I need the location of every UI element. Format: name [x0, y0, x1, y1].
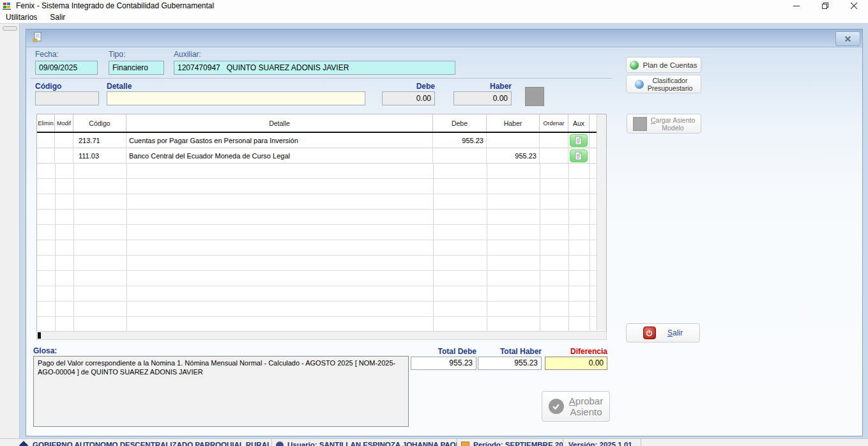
entity-icon [19, 441, 28, 446]
asiento-window: Fecha: Tipo: Auxiliar: 09/09/2025 Financ… [26, 29, 863, 436]
vertical-scrollbar[interactable] [597, 114, 606, 330]
col-ordenar: Ordenar [540, 114, 568, 132]
menu-utilitarios[interactable]: Utilitarios [0, 12, 43, 23]
gray-square-icon [633, 117, 647, 131]
cell-debe [433, 148, 487, 164]
col-haber: Haber [487, 114, 540, 132]
col-debe: Debe [433, 114, 487, 132]
detalle-input[interactable] [107, 91, 365, 105]
statusbar: GOBIERNO AUTONOMO DESCENTRALIZADO PARROQ… [0, 438, 868, 446]
total-debe-value: 955.23 [411, 357, 476, 370]
collapsed-dock-panel [0, 24, 20, 438]
statusbar-entidad: GOBIERNO AUTONOMO DESCENTRALIZADO PARROQ… [0, 439, 272, 446]
minimize-button[interactable] [782, 0, 811, 12]
aux-detail-button[interactable] [570, 150, 588, 162]
table-row[interactable]: 213.71 Cuentas por Pagar Gastos en Perso… [37, 133, 606, 148]
table-header-row: Elimin Modif Código Detalle Debe Haber O… [37, 114, 606, 133]
horizontal-scrollbar[interactable] [36, 331, 607, 340]
titlebar: Fenix - Sistema Integrado de Contabilida… [0, 0, 868, 12]
asiento-table: Elimin Modif Código Detalle Debe Haber O… [36, 114, 607, 331]
cargar-label-line2: Modelo [662, 124, 683, 132]
green-sphere-icon [630, 61, 639, 70]
plan-de-cuentas-label: Plan de Cuentas [643, 61, 697, 69]
statusbar-filler [641, 439, 868, 446]
aux-detail-button[interactable] [570, 134, 588, 147]
plan-de-cuentas-button[interactable]: Plan de Cuentas [626, 57, 701, 73]
cell-elimin[interactable] [37, 133, 55, 148]
app-icon [3, 1, 11, 10]
cell-codigo: 111.03 [73, 148, 126, 164]
form-separator [31, 78, 612, 79]
cell-debe: 955.23 [433, 133, 487, 148]
app-window: Fenix - Sistema Integrado de Contabilida… [0, 0, 868, 446]
blue-sphere-icon [635, 80, 644, 89]
salir-button[interactable]: Salir [626, 323, 700, 342]
cell-detalle: Cuentas por Pagar Gastos en Personal par… [126, 133, 433, 148]
cell-codigo: 213.71 [73, 133, 126, 148]
statusbar-periodo: Período: SEPTIEMBRE 2025 [457, 439, 563, 446]
col-codigo: Código [73, 114, 126, 132]
total-debe-label: Total Debe [411, 347, 476, 356]
total-haber-label: Total Haber [478, 347, 542, 356]
auxiliar-input[interactable]: 1207470947 QUINTO SUAREZ ADONIS JAVIER [174, 61, 455, 75]
statusbar-usuario: Usuario: SANTILLAN ESPINOZA JOHANNA PAOL… [272, 439, 457, 446]
aprobar-label-line2: Asiento [570, 406, 602, 417]
check-circle-icon [549, 399, 564, 414]
clasificador-label-line2: Presupuestario [648, 84, 693, 92]
total-haber-value: 955.23 [478, 357, 542, 370]
menu-salir[interactable]: Salir [43, 12, 72, 23]
close-button[interactable] [839, 0, 868, 12]
aprobar-asiento-button[interactable]: Aprobar Asiento [542, 391, 610, 422]
glosa-textarea[interactable]: Pago del Valor correspondiente a la Nomi… [33, 356, 409, 427]
cell-haber: 955.23 [487, 148, 540, 164]
codigo-label: Código [35, 82, 61, 91]
window-title: Fenix - Sistema Integrado de Contabilida… [16, 0, 214, 12]
clasificador-presupuestario-button[interactable]: Clasificador Presupuestario [626, 75, 701, 93]
cell-elimin[interactable] [37, 148, 55, 164]
cell-detalle: Banco Central del Ecuador Moneda de Curs… [126, 148, 433, 164]
close-x-icon [844, 33, 851, 45]
table-row[interactable]: 111.03 Banco Central del Ecuador Moneda … [37, 148, 606, 164]
menubar: Utilitarios Salir [0, 12, 868, 24]
restore-button[interactable] [811, 0, 839, 12]
fecha-input[interactable]: 09/09/2025 [35, 61, 98, 75]
panel-gripper[interactable] [3, 26, 17, 31]
codigo-input[interactable] [35, 91, 99, 105]
gray-square-button[interactable] [525, 87, 544, 106]
haber-input[interactable]: 0.00 [453, 91, 512, 105]
clasificador-label-line1: Clasificador [653, 77, 688, 84]
empty-grid-area [37, 164, 598, 332]
cell-ordenar[interactable] [540, 148, 568, 164]
cargar-asiento-modelo-button[interactable]: Cargar Asiento Modelo [627, 114, 701, 134]
cargar-label-line1: Cargar Asiento [651, 116, 695, 124]
tipo-label: Tipo: [109, 50, 125, 59]
glosa-label: Glosa: [33, 346, 57, 355]
aprobar-label-line1: Aprobar [569, 396, 603, 406]
debe-input[interactable]: 0.00 [382, 91, 435, 105]
calendar-icon [461, 442, 469, 446]
fecha-label: Fecha: [35, 50, 59, 59]
cell-aux [568, 148, 590, 164]
col-aux: Aux [568, 114, 590, 132]
cell-aux [568, 133, 590, 148]
diferencia-value: 0.00 [545, 357, 607, 370]
mdi-workspace: Fecha: Tipo: Auxiliar: 09/09/2025 Financ… [0, 24, 868, 438]
detalle-label: Detalle [107, 82, 132, 91]
col-modif: Modif [55, 114, 73, 132]
col-elimin: Elimin [37, 114, 55, 132]
haber-label: Haber [453, 82, 512, 91]
scrollbar-thumb[interactable] [38, 332, 41, 339]
document-coins-icon [32, 32, 43, 43]
child-close-button[interactable] [835, 31, 860, 46]
cell-haber [487, 133, 540, 148]
cell-ordenar[interactable] [540, 133, 568, 148]
cell-modif[interactable] [55, 133, 73, 148]
statusbar-version: Versión: 2025.1.01 [563, 439, 641, 446]
power-icon [643, 327, 656, 339]
debe-label: Debe [382, 82, 435, 91]
user-icon [276, 442, 284, 446]
diferencia-label: Diferencia [545, 347, 607, 356]
tipo-input[interactable]: Financiero [109, 61, 164, 75]
asiento-window-header [26, 29, 862, 47]
cell-modif[interactable] [55, 148, 73, 164]
